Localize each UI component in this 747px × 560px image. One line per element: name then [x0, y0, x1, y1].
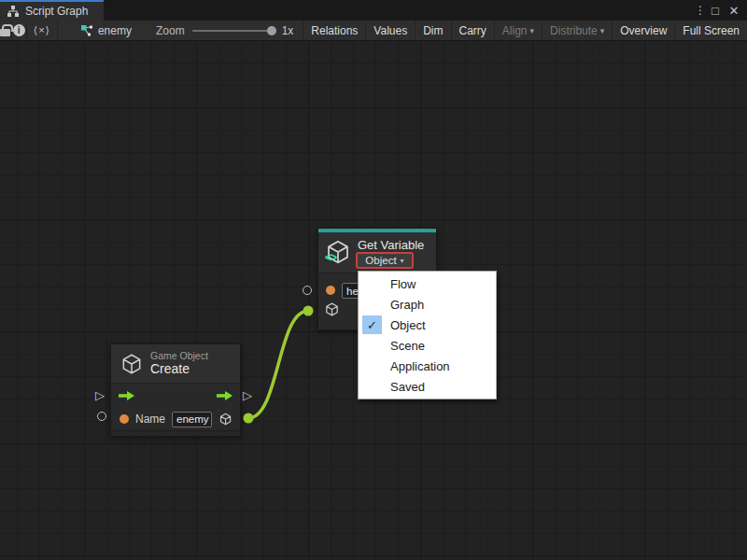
toolbar-buttons: Relations Values Dim Carry Align▾ Distri… [303, 21, 747, 40]
info-button[interactable]: i [12, 21, 27, 40]
value-port-icon[interactable] [326, 286, 335, 295]
values-button[interactable]: Values [366, 21, 416, 40]
chevron-down-icon: ▾ [600, 26, 605, 35]
name-port-label: Name [135, 413, 165, 426]
create-flow-out-port[interactable]: ▷ [243, 389, 252, 401]
code-view-button[interactable]: ⟨×⟩ [27, 21, 58, 40]
name-input-field[interactable]: enemy [172, 412, 212, 427]
breadcrumb-graph-name: enemy [98, 24, 132, 37]
create-name-in-port[interactable] [97, 412, 106, 421]
zoom-slider[interactable] [192, 30, 275, 32]
create-node-category: Game Object [150, 350, 208, 361]
graph-breadcrumb[interactable]: enemy [58, 21, 145, 40]
zoom-control: Zoom 1x [145, 21, 303, 40]
getvar-node-title: Get Variable [358, 238, 424, 252]
carry-button[interactable]: Carry [452, 21, 495, 40]
chevron-down-icon: ▾ [530, 26, 535, 35]
close-icon[interactable]: ✕ [726, 4, 741, 18]
relations-button[interactable]: Relations [303, 21, 366, 40]
variable-kind-dropdown[interactable]: Object ▾ [356, 252, 414, 269]
graph-toolbar: i ⟨×⟩ enemy Zoom 1x Relations Values Dim [0, 21, 747, 41]
variable-kind-menu: Flow Graph ✓ Object Scene Application Sa… [358, 271, 497, 399]
game-object-cube-icon [120, 352, 144, 376]
graph-node-icon [80, 24, 93, 37]
script-graph-window: Script Graph ⋮ □ ✕ i ⟨×⟩ enemy [0, 0, 747, 560]
create-output-port-dot[interactable] [244, 413, 254, 424]
game-object-port-icon[interactable] [324, 301, 340, 317]
menu-item-object[interactable]: ✓ Object [359, 315, 496, 335]
game-object-port-icon[interactable] [218, 412, 233, 427]
zoom-slider-handle[interactable] [267, 26, 276, 35]
distribute-button[interactable]: Distribute▾ [543, 21, 613, 40]
lock-icon [0, 29, 10, 36]
getvar-name-in-port[interactable] [303, 286, 312, 295]
create-node-header[interactable]: Game Object Create [111, 344, 240, 384]
maximize-icon[interactable]: □ [708, 4, 723, 18]
create-flow-row [111, 384, 240, 408]
chevron-down-icon: ▾ [401, 257, 404, 265]
menu-item-application[interactable]: Application [359, 356, 496, 376]
dim-button[interactable]: Dim [416, 21, 451, 40]
getvar-node-header[interactable]: <> Get Variable Object ▾ [318, 232, 436, 273]
menu-item-graph[interactable]: Graph [359, 294, 496, 315]
info-icon: i [13, 24, 25, 36]
connection-cable[interactable] [248, 311, 308, 418]
create-node[interactable]: Game Object Create Name enemy [110, 343, 241, 437]
zoom-value: 1x [282, 24, 294, 37]
menu-item-flow[interactable]: Flow [359, 273, 496, 294]
menu-item-saved[interactable]: Saved [359, 376, 496, 397]
align-button[interactable]: Align▾ [495, 21, 543, 40]
code-icon: ⟨×⟩ [34, 24, 50, 36]
window-menu-icon[interactable]: ⋮ [695, 4, 704, 17]
lock-button[interactable] [0, 21, 12, 40]
graph-hierarchy-icon [7, 5, 20, 18]
create-node-footer [111, 430, 240, 436]
create-flow-in-port[interactable]: ▷ [95, 389, 105, 401]
graph-canvas[interactable]: ▷ ▷ Game Object Create [0, 41, 747, 560]
getvar-target-port-dot[interactable] [303, 306, 314, 316]
tab-script-graph[interactable]: Script Graph [0, 0, 104, 21]
window-controls: ⋮ □ ✕ [695, 0, 747, 21]
overview-button[interactable]: Overview [613, 21, 675, 40]
flow-arrow-out-icon[interactable] [216, 390, 233, 401]
tab-bar: Script Graph ⋮ □ ✕ [0, 0, 747, 21]
create-name-row: Name enemy [111, 408, 240, 430]
zoom-label: Zoom [156, 24, 185, 37]
tab-label: Script Graph [25, 5, 88, 18]
full-screen-button[interactable]: Full Screen [675, 21, 747, 40]
flow-arrow-in-icon[interactable] [118, 390, 135, 401]
create-node-title: Create [150, 361, 208, 376]
menu-item-scene[interactable]: Scene [359, 335, 496, 356]
code-brackets-icon: <> [325, 251, 336, 264]
checkmark-icon: ✓ [362, 315, 382, 334]
value-port-icon[interactable] [120, 414, 129, 424]
